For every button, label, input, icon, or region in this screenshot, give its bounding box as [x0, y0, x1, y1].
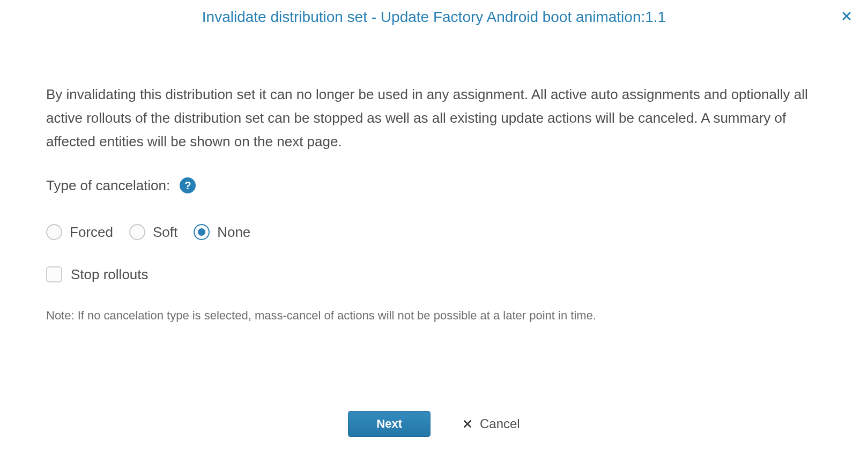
cancel-label: Cancel: [480, 416, 520, 431]
dialog-content: By invalidating this distribution set it…: [0, 34, 868, 323]
radio-none[interactable]: None: [194, 224, 250, 241]
invalidate-dialog: Invalidate distribution set - Update Fac…: [0, 0, 868, 470]
help-icon[interactable]: ?: [180, 177, 196, 193]
close-icon[interactable]: [840, 10, 853, 23]
stop-rollouts-checkbox[interactable]: Stop rollouts: [46, 266, 822, 283]
cancel-button[interactable]: Cancel: [462, 416, 520, 431]
note-text: Note: If no cancelation type is selected…: [46, 309, 822, 323]
dialog-footer: Next Cancel: [0, 411, 868, 437]
radio-soft[interactable]: Soft: [129, 224, 177, 241]
cancelation-radio-group: Forced Soft None: [46, 224, 822, 241]
radio-none-indicator: [194, 224, 210, 240]
next-button[interactable]: Next: [348, 411, 431, 437]
description-text: By invalidating this distribution set it…: [46, 83, 822, 154]
radio-soft-label: Soft: [153, 224, 177, 241]
x-icon: [462, 418, 473, 430]
checkbox-label: Stop rollouts: [71, 266, 149, 283]
checkbox-indicator: [46, 266, 62, 282]
radio-forced-indicator: [46, 224, 62, 240]
dialog-title: Invalidate distribution set - Update Fac…: [0, 0, 868, 34]
radio-forced[interactable]: Forced: [46, 224, 113, 241]
radio-forced-label: Forced: [70, 224, 113, 241]
cancelation-label: Type of cancelation:: [46, 177, 170, 194]
cancelation-label-row: Type of cancelation: ?: [46, 177, 822, 194]
radio-soft-indicator: [129, 224, 145, 240]
radio-none-label: None: [217, 224, 250, 241]
